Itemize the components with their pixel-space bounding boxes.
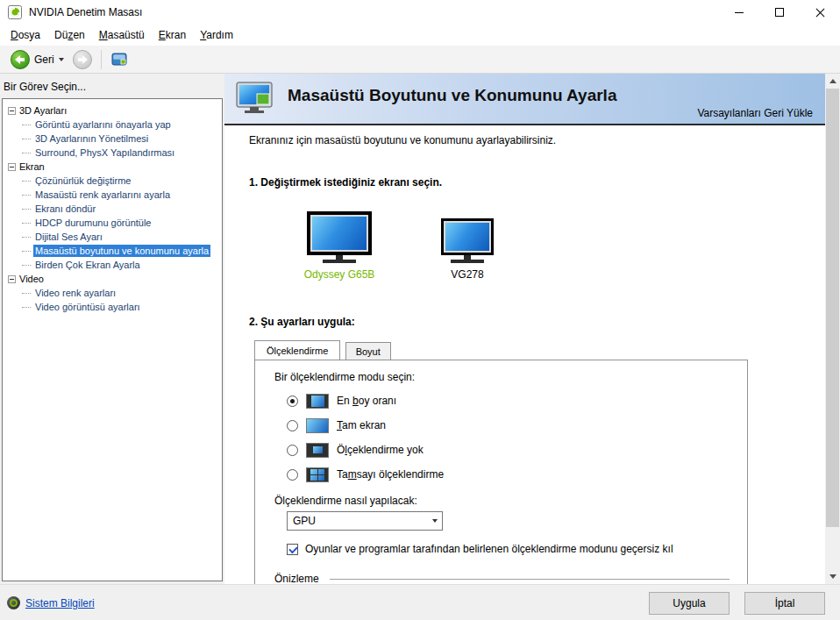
- option-integer-scaling[interactable]: Tamsayı ölçeklendirme: [287, 462, 730, 487]
- scroll-up-button[interactable]: [825, 74, 840, 89]
- scaling-mode-label: Bir ölçeklendirme modu seçin:: [274, 371, 730, 383]
- option-aspect-ratio[interactable]: En boy oranı: [287, 388, 730, 413]
- vertical-scrollbar[interactable]: [825, 74, 840, 584]
- no-scaling-mode-icon: [306, 443, 329, 458]
- tree-item-setup-multiple-displays[interactable]: Birden Çok Ekran Ayarla: [3, 258, 222, 272]
- radio-icon[interactable]: [287, 420, 298, 431]
- minimize-button[interactable]: [719, 0, 759, 25]
- back-arrow-icon: [15, 55, 25, 64]
- tree-item-adjust-image-settings[interactable]: Görüntü ayarlarını önayarla yap: [3, 118, 222, 132]
- scaling-processor-select[interactable]: GPU: [287, 511, 443, 531]
- system-info-link-row[interactable]: Sistem Bilgileri: [7, 596, 95, 609]
- tree-item-digital-audio[interactable]: Dijital Ses Ayarı: [3, 230, 222, 244]
- menubar: Dosya Düzen Masaüstü Ekran Yardım: [0, 25, 840, 46]
- tab-scaling[interactable]: Ölçeklendirme: [254, 340, 340, 360]
- page-description: Ekranınız için masaüstü boyutunu ve konu…: [249, 134, 825, 146]
- navigation-toolbar: Geri: [0, 46, 840, 74]
- tree-guide: [22, 251, 31, 252]
- collapse-icon[interactable]: [8, 275, 16, 283]
- toolbar-separator: [101, 50, 102, 69]
- radio-icon[interactable]: [287, 445, 298, 456]
- back-label: Geri: [34, 53, 54, 66]
- back-dropdown-icon[interactable]: [59, 58, 64, 61]
- scrollbar-thumb[interactable]: [826, 89, 839, 527]
- tree-item-surround-physx[interactable]: Surround, PhysX Yapılandırması: [3, 146, 222, 160]
- tree-item-view-hdcp-status[interactable]: HDCP durumunu görüntüle: [3, 216, 222, 230]
- checkbox-checked-icon[interactable]: [287, 544, 298, 555]
- step1-heading: 1. Değiştirmek istediğiniz ekranı seçin.: [249, 176, 825, 189]
- forward-button[interactable]: [73, 50, 92, 69]
- system-info-link[interactable]: Sistem Bilgileri: [25, 597, 95, 609]
- tree-guide: [22, 195, 31, 196]
- tree-guide: [22, 139, 31, 139]
- tree-item-manage-3d-settings[interactable]: 3D Ayarlarının Yönetilmesi: [3, 132, 222, 146]
- settings-tabs: Ölçeklendirme Boyut: [254, 340, 825, 360]
- menu-yardim[interactable]: Yardım: [193, 26, 240, 44]
- step2-heading: 2. Şu ayarları uygula:: [249, 316, 825, 328]
- integer-scaling-mode-icon: [306, 467, 329, 482]
- back-circle-icon: [11, 50, 30, 69]
- tree-item-change-resolution[interactable]: Çözünürlük değiştirme: [3, 174, 222, 188]
- tree-item-3d-settings[interactable]: 3D Ayarları: [3, 103, 222, 118]
- scaling-mode-options: En boy oranı Tam ekran Ölçeklendirme yok: [274, 388, 730, 487]
- control-panel-home-icon[interactable]: [110, 51, 128, 68]
- tree-guide: [22, 265, 31, 266]
- tree-item-video-color[interactable]: Video renk ayarları: [3, 286, 222, 300]
- collapse-icon[interactable]: [8, 163, 16, 171]
- close-button[interactable]: [800, 0, 840, 25]
- tree-item-rotate-display[interactable]: Ekranı döndür: [3, 202, 222, 216]
- tree-item-display[interactable]: Ekran: [3, 160, 222, 174]
- titlebar: NVIDIA Denetim Masası: [0, 0, 840, 25]
- menu-masaustu[interactable]: Masaüstü: [92, 26, 152, 44]
- collapse-icon[interactable]: [8, 107, 16, 115]
- display-odyssey-g65b[interactable]: Odyssey G65B: [300, 211, 379, 281]
- option-full-screen[interactable]: Tam ekran: [287, 413, 730, 438]
- menu-ekran[interactable]: Ekran: [152, 26, 193, 44]
- radio-checked-icon[interactable]: [287, 396, 298, 407]
- scroll-down-icon: [829, 574, 836, 579]
- full-screen-mode-icon: [306, 418, 329, 433]
- aspect-ratio-mode-icon: [306, 394, 329, 409]
- tab-size[interactable]: Boyut: [345, 342, 391, 360]
- page-banner: Masaüstü Boyutunu ve Konumunu Ayarla Var…: [224, 74, 825, 124]
- menu-dosya[interactable]: Dosya: [4, 26, 47, 44]
- restore-defaults-link[interactable]: Varsayılanları Geri Yükle: [697, 107, 813, 119]
- override-scaling-checkbox-row[interactable]: Oyunlar ve programlar tarafından belirle…: [287, 543, 730, 555]
- menu-duzen[interactable]: Düzen: [47, 26, 92, 44]
- tree-guide: [22, 153, 31, 153]
- tree-guide: [22, 237, 31, 238]
- nvidia-logo-icon: [8, 5, 22, 19]
- scaling-tab-panel: Bir ölçeklendirme modu seçin: En boy ora…: [254, 360, 748, 584]
- main-panel: Masaüstü Boyutunu ve Konumunu Ayarla Var…: [224, 74, 840, 584]
- scroll-down-button[interactable]: [825, 569, 840, 584]
- close-icon: [815, 8, 825, 18]
- preview-divider: [330, 579, 730, 580]
- cancel-button[interactable]: İptal: [744, 592, 825, 615]
- perform-scaling-label: Ölçeklendirme nasıl yapılacak:: [274, 495, 730, 507]
- display-vg278[interactable]: VG278: [428, 218, 507, 281]
- monitor-base: [323, 260, 356, 263]
- minimize-icon: [735, 12, 744, 13]
- option-no-scaling[interactable]: Ölçeklendirme yok: [287, 438, 730, 462]
- preview-section: Önizleme: [274, 573, 730, 584]
- monitor-base: [451, 260, 484, 263]
- maximize-button[interactable]: [759, 0, 800, 25]
- back-button[interactable]: Geri: [7, 48, 68, 71]
- tree-guide: [22, 209, 31, 210]
- system-info-icon: [7, 596, 20, 609]
- window-controls: [719, 0, 840, 25]
- radio-icon[interactable]: [287, 469, 298, 481]
- tree-guide: [22, 181, 31, 182]
- tree-guide: [22, 293, 31, 294]
- tree-item-video-image[interactable]: Video görüntüsü ayarları: [3, 300, 222, 314]
- page-title: Masaüstü Boyutunu ve Konumunu Ayarla: [288, 86, 616, 105]
- monitor-icon: [307, 211, 372, 255]
- tree-item-adjust-desktop-color[interactable]: Masaüstü renk ayarlarını ayarla: [3, 188, 222, 202]
- window-title: NVIDIA Denetim Masası: [29, 6, 142, 18]
- combo-arrow-icon[interactable]: [427, 512, 442, 530]
- apply-button[interactable]: Uygula: [649, 592, 730, 615]
- maximize-icon: [775, 8, 784, 17]
- tree-item-adjust-desktop-size[interactable]: Masaüstü boyutunu ve konumunu ayarla: [3, 244, 222, 258]
- preview-label: Önizleme: [274, 573, 319, 584]
- tree-item-video[interactable]: Video: [3, 272, 222, 286]
